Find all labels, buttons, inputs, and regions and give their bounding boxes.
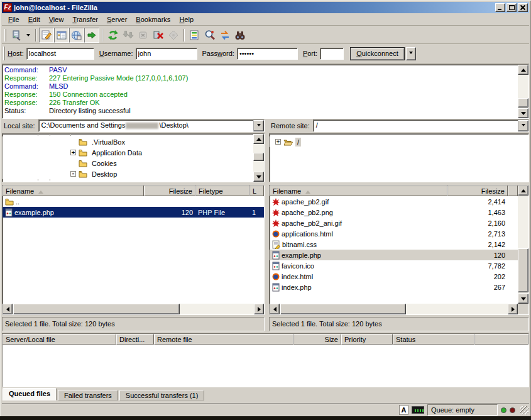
synchronized-browsing-button[interactable]	[217, 28, 233, 43]
toggle-message-log-button[interactable]	[39, 28, 54, 43]
directory-comparison-button[interactable]	[202, 28, 217, 43]
scroll-left-button[interactable]	[3, 304, 13, 314]
column-header-server-local-file[interactable]: Server/Local file	[3, 334, 116, 345]
scroll-up-button[interactable]	[518, 185, 528, 196]
column-header-filetype[interactable]: Filetype	[195, 185, 249, 196]
tab-successful-transfers[interactable]: Successful transfers (1)	[119, 390, 205, 401]
scroll-up-button[interactable]	[518, 65, 528, 75]
reconnect-icon	[168, 30, 179, 41]
toggle-remote-tree-button[interactable]	[69, 28, 84, 43]
scroll-thumb[interactable]	[518, 98, 528, 108]
expander-icon[interactable]: +	[70, 150, 76, 155]
scroll-up-button[interactable]	[253, 134, 264, 144]
file-row-apache-pb2-ani-gif[interactable]: apache_pb2_ani.gif 2,160	[270, 218, 518, 228]
remote-list-hscrollbar[interactable]	[270, 304, 518, 314]
tree-item-root[interactable]: + /	[270, 136, 528, 147]
tree-item-desktop[interactable]: - Desktop	[3, 169, 264, 179]
tab-queued-files[interactable]: Queued files	[3, 388, 57, 401]
column-header-filesize[interactable]: Filesize	[144, 185, 195, 196]
file-row-applications-html[interactable]: applications.html 2,713	[270, 228, 518, 239]
refresh-button[interactable]	[106, 28, 121, 43]
menu-item-bookmarks[interactable]: Bookmarks	[131, 14, 175, 25]
password-input[interactable]	[237, 48, 298, 60]
scroll-down-button[interactable]	[518, 108, 528, 118]
maximize-button[interactable]	[506, 3, 517, 12]
scroll-thumb[interactable]	[13, 304, 180, 314]
menu-item-transfer[interactable]: Transfer	[68, 14, 102, 25]
remote-path-combo[interactable]: /	[313, 119, 529, 132]
file-row-favicon-ico[interactable]: favicon.ico 7,782	[270, 260, 518, 271]
column-header-size[interactable]: Size	[293, 334, 341, 345]
resize-grip[interactable]	[520, 406, 528, 414]
quickconnect-dropdown[interactable]	[406, 47, 416, 60]
column-header-last-modified[interactable]: L	[249, 185, 264, 196]
column-header-status[interactable]: Status	[393, 334, 474, 345]
scroll-thumb[interactable]	[253, 153, 264, 161]
file-row-example-php[interactable]: example.php 120	[270, 250, 518, 260]
menu-item-view[interactable]: View	[45, 14, 68, 25]
toggle-local-tree-button[interactable]	[54, 28, 69, 43]
quickconnect-button[interactable]: Quickconnect	[350, 47, 405, 60]
scroll-down-button[interactable]	[518, 294, 528, 304]
menu-item-help[interactable]: Help	[175, 14, 198, 25]
menu-item-file[interactable]: File	[4, 14, 24, 25]
tree-item-cookies[interactable]: Cookies	[3, 158, 264, 169]
scroll-down-button[interactable]	[253, 172, 264, 182]
log-line: Status:Directory listing successful	[3, 107, 528, 115]
file-row-example-php[interactable]: example.php 120 PHP File 1	[3, 207, 264, 218]
process-queue-button[interactable]	[121, 28, 136, 43]
log-scrollbar[interactable]	[518, 65, 528, 118]
combo-dropdown-button[interactable]	[253, 120, 264, 131]
site-manager-dropdown[interactable]	[24, 28, 33, 43]
column-header-filename[interactable]: Filename	[270, 185, 447, 196]
site-manager-button[interactable]	[9, 28, 24, 43]
close-button[interactable]	[518, 3, 528, 12]
tree-item-virtualbox[interactable]: .VirtualBox	[3, 136, 264, 147]
file-row-apache-pb2-png[interactable]: apache_pb2.png 1,463	[270, 207, 518, 218]
file-row-bitnami-css[interactable]: bitnami.css 2,142	[270, 239, 518, 250]
speed-limits-icon[interactable]	[412, 406, 424, 414]
titlebar[interactable]: Fz john@localhost - FileZilla	[2, 2, 529, 13]
column-header-remote-file[interactable]: Remote file	[154, 334, 293, 345]
disconnect-button[interactable]	[151, 28, 166, 43]
expander-icon[interactable]: -	[70, 171, 76, 177]
local-list-hscrollbar[interactable]	[3, 304, 264, 314]
arrow-left-icon	[271, 307, 276, 312]
scroll-right-button[interactable]	[254, 304, 264, 314]
username-input[interactable]	[136, 48, 197, 60]
find-files-button[interactable]	[233, 28, 248, 43]
scroll-left-button[interactable]	[270, 304, 280, 314]
scroll-right-button[interactable]	[508, 304, 518, 314]
file-row-apache-pb2-gif[interactable]: apache_pb2.gif 2,414	[270, 196, 518, 207]
cancel-button[interactable]	[136, 28, 151, 43]
refresh-icon	[107, 30, 119, 41]
menu-item-edit[interactable]: Edit	[24, 14, 45, 25]
reconnect-button[interactable]	[166, 28, 181, 43]
column-header-priority[interactable]: Priority	[341, 334, 393, 345]
toolbar-grip[interactable]	[4, 29, 6, 41]
toggle-transfer-queue-button[interactable]	[84, 28, 99, 43]
local-tree-scrollbar[interactable]	[253, 134, 264, 182]
port-input[interactable]	[320, 48, 344, 60]
remote-file-list: Filename Filesize apache_pb2.gif 2,414 a…	[269, 185, 529, 315]
expander-icon[interactable]: +	[275, 139, 281, 145]
file-row-updir[interactable]: ..	[3, 196, 264, 207]
scroll-thumb[interactable]	[280, 304, 406, 314]
column-header-filesize[interactable]: Filesize	[447, 185, 508, 196]
local-path-combo[interactable]: C:\Documents and Settings\Desktop\	[38, 119, 265, 132]
disconnect-icon	[153, 30, 164, 41]
menu-item-server[interactable]: Server	[102, 14, 131, 25]
scroll-thumb[interactable]	[518, 248, 528, 292]
tree-item-application-data[interactable]: + Application Data	[3, 147, 264, 158]
tab-failed-transfers[interactable]: Failed transfers	[58, 390, 118, 401]
column-header-filename[interactable]: Filename	[3, 185, 144, 196]
minimize-button[interactable]	[495, 3, 505, 12]
file-row-index-html[interactable]: index.html 202	[270, 271, 518, 282]
host-input[interactable]	[26, 48, 94, 60]
combo-dropdown-button[interactable]	[518, 120, 528, 131]
filters-button[interactable]	[187, 28, 202, 43]
column-header-direction[interactable]: Directi...	[116, 334, 154, 345]
file-row-index-php[interactable]: index.php 267	[270, 282, 518, 292]
remote-list-vscrollbar[interactable]	[518, 185, 528, 304]
quickconnect-grip[interactable]	[3, 47, 5, 60]
